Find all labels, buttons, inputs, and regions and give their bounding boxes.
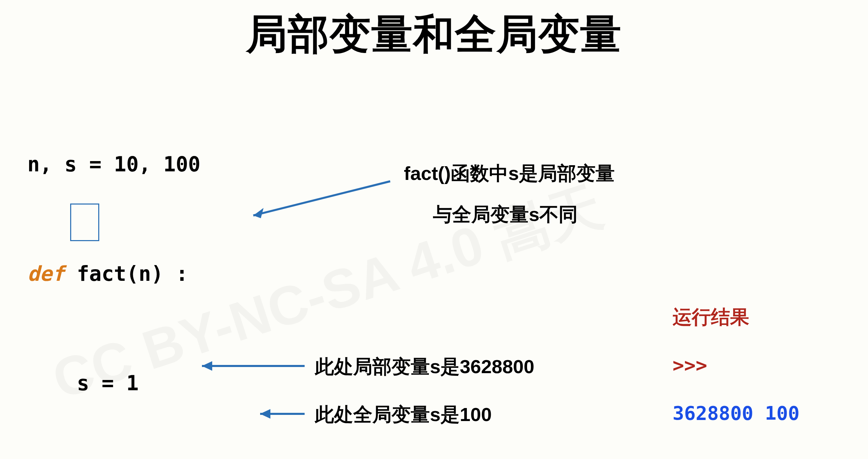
annotation-top-1: fact()函数中s是局部变量 [404, 161, 615, 187]
result-prompt: >>> [673, 354, 707, 376]
code-line-1: n, s = 10, 100 [27, 154, 361, 174]
slide-title: 局部变量和全局变量 [0, 7, 868, 63]
svg-marker-1 [253, 208, 264, 218]
arrow-to-print-s [246, 407, 311, 421]
code-line-2: def fact(n) : [27, 263, 361, 284]
svg-line-0 [253, 181, 390, 215]
annotation-mid: 此处局部变量s是3628800 [315, 354, 534, 380]
arrow-to-return-s [188, 359, 311, 373]
code-line-2-rest: fact(n) : [64, 262, 188, 286]
arrow-to-s-local [240, 178, 397, 226]
keyword-def: def [27, 262, 64, 286]
annotation-top-2: 与全局变量s不同 [433, 202, 578, 228]
highlight-box-s [70, 204, 99, 241]
svg-marker-5 [260, 409, 270, 419]
result-output: 3628800 100 [673, 402, 800, 424]
annotation-bottom: 此处全局变量s是100 [315, 402, 492, 428]
result-label: 运行结果 [673, 304, 749, 330]
code-line-3: s = 1 [27, 373, 361, 393]
slide: CC BY-NC-SA 4.0 嵩天 局部变量和全局变量 n, s = 10, … [0, 0, 868, 459]
svg-marker-3 [202, 361, 212, 371]
